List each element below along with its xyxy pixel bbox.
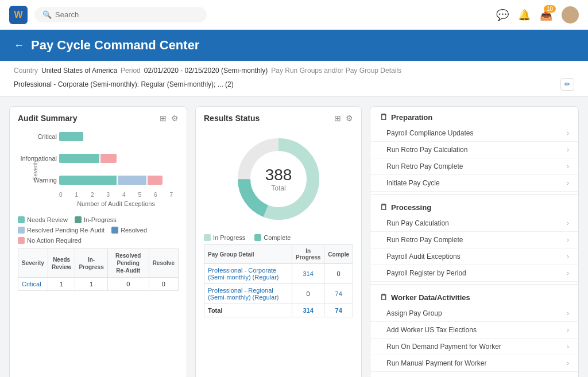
chart-row-warning: Warning xyxy=(59,176,173,185)
donut-area: 388 Total xyxy=(196,127,361,231)
filter-icon[interactable]: ⊞ xyxy=(160,114,167,123)
messages-icon[interactable]: 💬 xyxy=(496,9,509,21)
filter-icon-results[interactable]: ⊞ xyxy=(334,114,341,123)
row-label-informational: Informational xyxy=(20,155,57,162)
col-resolved-pending: Resolved PendingRe-Audit xyxy=(107,249,149,278)
nav-right: 💬 🔔 📥10 xyxy=(496,6,579,24)
chevron-icon: › xyxy=(567,309,569,317)
menu-run-retro-pay-calc[interactable]: Run Retro Pay Calculation › xyxy=(370,142,578,158)
audit-table-wrapper: Severity NeedsReview In-Progress Resolve… xyxy=(10,248,187,297)
menu-run-on-demand-payment[interactable]: Run On Demand Payment for Worker › xyxy=(370,339,578,355)
chevron-icon: › xyxy=(567,219,569,227)
table-row-total: Total 314 74 xyxy=(204,304,353,317)
legend-no-action: No Action Required xyxy=(18,237,82,244)
bar-info-pink xyxy=(100,154,117,163)
audit-legend: Needs Review In-Progress Resolved Pendin… xyxy=(10,212,187,248)
processing-icon: 🗒 xyxy=(380,203,388,212)
row-label-warning: Warning xyxy=(20,177,57,184)
menu-payroll-compliance-updates[interactable]: Payroll Compliance Updates › xyxy=(370,125,578,142)
main-content: Audit Summary ⊞ ⚙ Severity Critical Info… xyxy=(0,97,588,377)
back-arrow[interactable]: ← xyxy=(14,40,24,52)
search-input[interactable] xyxy=(55,10,199,19)
results-status-header: Results Status ⊞ ⚙ xyxy=(196,107,361,127)
section-preparation: 🗒 Preparation xyxy=(370,107,578,125)
avatar[interactable] xyxy=(562,6,579,24)
donut-label: Total xyxy=(265,184,292,192)
col-severity: Severity xyxy=(18,249,48,278)
menu-payroll-register-period[interactable]: Payroll Register by Period › xyxy=(370,265,578,282)
chevron-icon: › xyxy=(567,179,569,187)
legend-resolved-pending: Resolved Pending Re-Audit xyxy=(18,227,105,234)
search-box[interactable]: 🔍 xyxy=(34,7,207,22)
legend-dot-needs-review xyxy=(18,216,25,223)
section-worker-data: 🗒 Worker Data/Activities xyxy=(370,287,578,305)
chevron-icon: › xyxy=(567,162,569,170)
search-icon: 🔍 xyxy=(42,10,52,19)
right-panel-scroll[interactable]: 🗒 Preparation Payroll Compliance Updates… xyxy=(370,107,578,377)
pay-group-link-1[interactable]: Professional - Corporate (Semi-monthly) … xyxy=(208,267,278,281)
audit-summary-card: Audit Summary ⊞ ⚙ Severity Critical Info… xyxy=(9,106,187,377)
donut-center: 388 Total xyxy=(265,166,292,192)
period-label: Period xyxy=(121,67,141,75)
table-row: Critical 1 1 0 0 xyxy=(18,278,179,291)
breadcrumb-bar: Country United States of America Period … xyxy=(0,61,588,97)
audit-table: Severity NeedsReview In-Progress Resolve… xyxy=(18,248,179,291)
col-needs-review: NeedsReview xyxy=(48,249,75,278)
menu-initiate-pay-cycle[interactable]: Initiate Pay Cycle › xyxy=(370,175,578,192)
menu-add-worker-tax-elections[interactable]: Add Worker US Tax Elections › xyxy=(370,322,578,339)
chevron-icon: › xyxy=(567,359,569,367)
legend-in-progress: In-Progress xyxy=(75,216,117,223)
country-label: Country xyxy=(14,67,38,75)
table-row: Professional - Corporate (Semi-monthly) … xyxy=(204,264,353,284)
chart-row-critical: Critical xyxy=(59,132,173,141)
section-divider-2 xyxy=(370,284,578,285)
results-status-title: Results Status xyxy=(204,114,260,123)
results-table: Pay Group Detail InProgress Comple Profe… xyxy=(204,244,353,317)
legend-dot-no-action xyxy=(18,237,25,244)
menu-run-manual-payment[interactable]: Run Manual Payment for Worker › xyxy=(370,355,578,372)
notifications-icon[interactable]: 🔔 xyxy=(518,9,531,21)
inbox-icon[interactable]: 📥10 xyxy=(540,9,552,21)
section-divider-1 xyxy=(370,194,578,195)
legend-dot-in-progress-results xyxy=(204,234,211,241)
menu-assign-pay-group[interactable]: Assign Pay Group › xyxy=(370,305,578,322)
chevron-icon: › xyxy=(567,326,569,334)
bar-warning-pink xyxy=(148,176,163,185)
legend-dot-complete-results xyxy=(254,234,261,241)
chevron-icon: › xyxy=(567,269,569,277)
donut-number: 388 xyxy=(265,166,292,184)
menu-run-pay-calculation[interactable]: Run Pay Calculation › xyxy=(370,215,578,232)
bar-info-teal xyxy=(59,154,99,163)
chevron-icon: › xyxy=(567,129,569,137)
worker-data-title: Worker Data/Activities xyxy=(391,293,470,302)
donut-container: 388 Total xyxy=(233,133,324,225)
row-label-critical: Critical xyxy=(20,133,57,140)
menu-payroll-audit-exceptions[interactable]: Payroll Audit Exceptions › xyxy=(370,248,578,265)
settings-icon-results[interactable]: ⚙ xyxy=(346,114,353,123)
bar-critical-needs-review xyxy=(59,132,83,141)
legend-resolved: Resolved xyxy=(111,227,147,234)
right-panel: 🗒 Preparation Payroll Compliance Updates… xyxy=(370,106,579,377)
x-axis: 01234567 xyxy=(59,189,173,198)
audit-summary-icons[interactable]: ⊞ ⚙ xyxy=(160,114,179,123)
page-header: ← Pay Cycle Command Center xyxy=(0,30,588,61)
pay-group-link-2[interactable]: Professional - Regional (Semi-monthly) (… xyxy=(208,287,278,301)
results-status-icons[interactable]: ⊞ ⚙ xyxy=(334,114,353,123)
results-legend: In Progress Complete xyxy=(196,231,361,244)
severity-link-critical[interactable]: Critical xyxy=(22,281,41,287)
results-table-wrapper: Pay Group Detail InProgress Comple Profe… xyxy=(196,244,361,377)
workday-logo[interactable]: W xyxy=(9,6,28,24)
x-axis-title: Number of Audit Exceptions xyxy=(59,200,173,207)
settings-icon[interactable]: ⚙ xyxy=(171,114,179,123)
audit-summary-header: Audit Summary ⊞ ⚙ xyxy=(10,107,187,127)
legend-dot-resolved xyxy=(111,227,118,234)
bar-warning-teal xyxy=(59,176,117,185)
menu-run-retro-pay-complete-proc[interactable]: Run Retro Pay Complete › xyxy=(370,232,578,248)
breadcrumb-edit-button[interactable]: ✏ xyxy=(560,78,574,91)
worker-data-icon: 🗒 xyxy=(380,293,388,302)
chevron-icon: › xyxy=(567,236,569,244)
legend-complete-results: Complete xyxy=(254,234,291,241)
col-in-progress: In-Progress xyxy=(75,249,107,278)
legend-dot-in-progress xyxy=(75,216,82,223)
menu-run-retro-pay-complete-prep[interactable]: Run Retro Pay Complete › xyxy=(370,158,578,175)
